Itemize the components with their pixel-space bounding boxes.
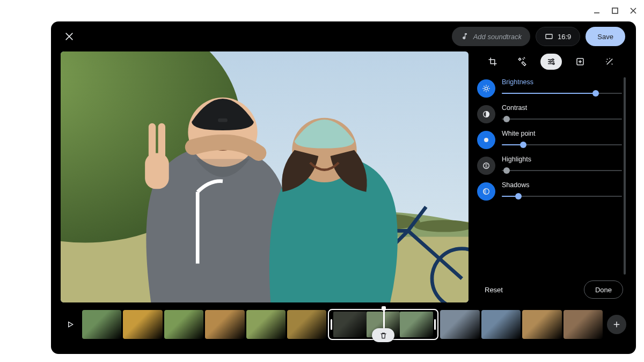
tab-adjust[interactable] — [540, 54, 562, 70]
contrast-slider[interactable] — [502, 115, 622, 123]
white-point-icon — [477, 131, 495, 149]
done-button[interactable]: Done — [584, 280, 623, 299]
svg-rect-10 — [218, 119, 228, 122]
panel-scrollbar[interactable] — [624, 77, 626, 275]
window-controls — [0, 0, 644, 21]
video-editor-app: Add soundtrack 16:9 Save — [51, 21, 636, 354]
close-editor-button[interactable] — [62, 29, 77, 44]
white-point-label: White point — [502, 130, 622, 137]
preview-viewport[interactable] — [61, 51, 469, 302]
contrast-label: Contrast — [502, 104, 622, 112]
play-button[interactable] — [61, 315, 80, 334]
window-maximize-button[interactable] — [611, 6, 619, 15]
slider-highlights: Highlights — [477, 156, 622, 175]
svg-rect-1 — [546, 34, 552, 39]
highlights-slider[interactable] — [502, 166, 622, 175]
tab-filters[interactable] — [569, 54, 591, 70]
brightness-slider[interactable] — [502, 89, 622, 98]
slider-contrast: Contrast — [477, 104, 622, 123]
aspect-ratio-button[interactable]: 16:9 — [536, 27, 580, 46]
svg-rect-0 — [612, 8, 618, 13]
clip-strip[interactable] — [82, 310, 603, 339]
topbar: Add soundtrack 16:9 Save — [51, 21, 636, 51]
aspect-ratio-label: 16:9 — [558, 33, 571, 41]
tab-crop[interactable] — [482, 54, 503, 70]
timeline-area — [51, 306, 636, 354]
timeline-thumbnail[interactable] — [246, 310, 286, 339]
add-clip-button[interactable] — [607, 315, 626, 334]
tab-effects[interactable] — [599, 54, 620, 70]
svg-point-19 — [485, 87, 487, 90]
delete-clip-button[interactable] — [372, 328, 394, 342]
slider-shadows: Shadows — [477, 181, 622, 201]
selected-clip[interactable] — [328, 309, 438, 340]
highlights-label: Highlights — [502, 156, 622, 163]
save-button[interactable]: Save — [586, 27, 625, 46]
reset-button[interactable]: Reset — [479, 283, 508, 297]
shadows-slider[interactable] — [502, 192, 622, 201]
brightness-icon — [477, 79, 495, 98]
timeline-thumbnail[interactable] — [564, 310, 603, 339]
timeline-thumbnail[interactable] — [123, 310, 162, 339]
panel-tabs — [476, 51, 626, 75]
timeline-thumbnail[interactable] — [400, 312, 433, 337]
panel-footer: Reset Done — [476, 277, 626, 302]
window-minimize-button[interactable] — [592, 6, 601, 15]
slider-white-point: White point — [477, 130, 622, 149]
music-note-icon — [460, 32, 469, 41]
preview-image — [61, 51, 469, 302]
shadows-icon — [477, 182, 495, 201]
sliders-list: Brightness Contrast — [476, 75, 626, 277]
highlights-icon — [477, 157, 495, 175]
timeline-thumbnail[interactable] — [440, 310, 479, 339]
timeline-thumbnail[interactable] — [205, 310, 244, 339]
svg-rect-13 — [158, 123, 165, 159]
main-area: Brightness Contrast — [51, 51, 636, 306]
brightness-label: Brightness — [502, 78, 622, 86]
timeline-thumbnail[interactable] — [287, 310, 326, 339]
timeline-thumbnail[interactable] — [522, 310, 561, 339]
svg-rect-12 — [149, 123, 156, 159]
aspect-ratio-icon — [545, 32, 553, 41]
svg-rect-11 — [145, 153, 169, 189]
timeline-thumbnail[interactable] — [333, 312, 367, 337]
window-close-button[interactable] — [629, 6, 638, 15]
shadows-label: Shadows — [502, 181, 622, 189]
tab-tools[interactable] — [511, 54, 533, 70]
svg-point-15 — [552, 59, 553, 61]
contrast-icon — [477, 105, 495, 123]
add-soundtrack-button[interactable]: Add soundtrack — [452, 27, 530, 46]
svg-point-21 — [484, 138, 488, 142]
svg-point-16 — [550, 61, 551, 63]
timeline — [61, 309, 626, 340]
timeline-thumbnail[interactable] — [481, 310, 521, 339]
timeline-thumbnail[interactable] — [164, 310, 203, 339]
white-point-slider[interactable] — [502, 141, 622, 149]
add-soundtrack-label: Add soundtrack — [473, 33, 522, 41]
timeline-thumbnail[interactable] — [82, 310, 121, 339]
slider-brightness: Brightness — [477, 78, 622, 98]
adjust-panel: Brightness Contrast — [476, 51, 626, 302]
save-label: Save — [597, 33, 613, 41]
